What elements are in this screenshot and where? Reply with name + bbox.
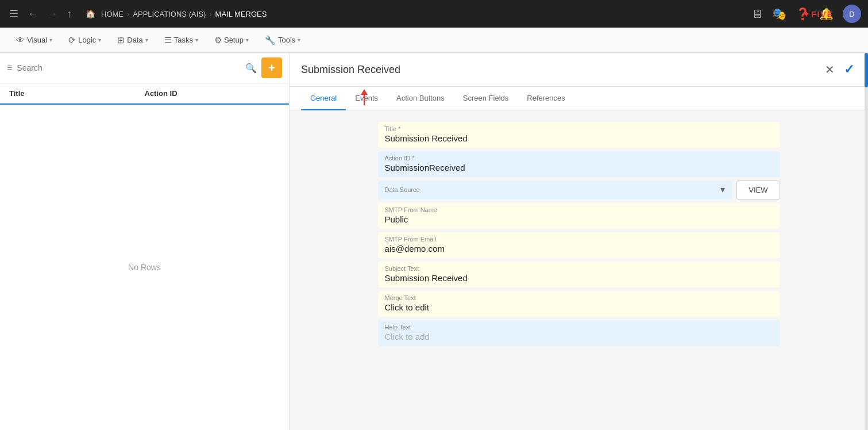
action-id-field[interactable]: Action ID * SubmissionReceived	[378, 151, 780, 177]
tasks-chevron: ▾	[195, 37, 198, 43]
close-button[interactable]: ✕	[823, 60, 837, 79]
data-icon: ⊞	[117, 35, 125, 45]
nav-logic-label: Logic	[78, 36, 96, 44]
data-chevron: ▾	[145, 37, 148, 43]
five-logo-text: FIVE	[811, 9, 834, 18]
scrollbar-thumb	[865, 53, 868, 87]
tab-general[interactable]: General	[301, 87, 346, 110]
tab-events[interactable]: Events	[346, 87, 387, 110]
breadcrumb-sep-2: ›	[209, 10, 211, 18]
tab-screen-fields[interactable]: Screen Fields	[454, 87, 518, 110]
back-icon[interactable]: ←	[25, 6, 40, 22]
empty-message: No Rows	[128, 263, 161, 272]
panel-title: Submission Received	[301, 64, 400, 76]
nav-logic[interactable]: ⟳ Logic ▾	[61, 32, 108, 49]
table-body: No Rows	[0, 105, 289, 430]
action-id-value: SubmissionReceived	[385, 163, 773, 172]
tab-action-buttons[interactable]: Action Buttons	[387, 87, 454, 110]
nav-visual[interactable]: 👁 Visual ▾	[9, 32, 59, 48]
tools-chevron: ▾	[298, 37, 300, 43]
left-panel: ≡ 🔍 + Title Action ID No Rows	[0, 53, 290, 430]
title-value: Submission Received	[385, 133, 773, 143]
data-source-field[interactable]: Data Source ▾	[378, 181, 732, 199]
five-brand: ✦ FIVE	[803, 9, 834, 20]
logic-chevron: ▾	[98, 37, 101, 43]
smtp-from-email-field[interactable]: SMTP From Email ais@demo.com	[378, 232, 780, 258]
main-layout: ≡ 🔍 + Title Action ID No Rows Submission…	[0, 53, 868, 430]
top-navbar: ☰ ← → ↑ 🏠 HOME › APPLICATIONS (AIS) › MA…	[0, 0, 868, 28]
logic-icon: ⟳	[68, 35, 76, 45]
visual-icon: 👁	[16, 35, 25, 45]
menu-icon[interactable]: ☰	[7, 5, 21, 22]
title-field[interactable]: Title * Submission Received	[378, 122, 780, 148]
subject-text-field[interactable]: Subject Text Submission Received	[378, 262, 780, 287]
breadcrumb: 🏠 HOME › APPLICATIONS (AIS) › MAIL MERGE…	[83, 7, 267, 21]
second-navbar: 👁 Visual ▾ ⟳ Logic ▾ ⊞ Data ▾ ☰ Tasks ▾ …	[0, 28, 868, 53]
breadcrumb-applications[interactable]: APPLICATIONS (AIS)	[133, 10, 206, 18]
search-icon: 🔍	[245, 63, 257, 74]
forward-icon[interactable]: →	[45, 6, 60, 22]
breadcrumb-home[interactable]: HOME	[101, 10, 124, 18]
help-text-value: Click to add	[385, 332, 773, 341]
search-input[interactable]	[17, 63, 241, 72]
col-action-header: Action ID	[145, 89, 280, 98]
tools-icon: 🔧	[265, 35, 276, 45]
col-title-header: Title	[9, 89, 145, 98]
form-inner: Title * Submission Received Action ID * …	[378, 122, 780, 346]
avatar[interactable]: D	[843, 5, 861, 23]
smtp-from-name-label: SMTP From Name	[385, 206, 773, 213]
home-icon: 🏠	[83, 7, 98, 21]
nav-setup-label: Setup	[224, 36, 244, 44]
five-logo-icon: ✦	[803, 9, 810, 20]
subject-text-label: Subject Text	[385, 265, 773, 272]
smtp-from-email-label: SMTP From Email	[385, 236, 773, 243]
data-source-chevron: ▾	[720, 184, 725, 195]
search-bar: ≡ 🔍 +	[0, 53, 289, 83]
form-content: Title * Submission Received Action ID * …	[290, 110, 868, 430]
help-text-label: Help Text	[385, 324, 773, 331]
filter-icon: ≡	[7, 63, 12, 73]
smtp-from-email-value: ais@demo.com	[385, 244, 773, 254]
table-header: Title Action ID	[0, 83, 289, 105]
data-source-row: Data Source ▾ VIEW	[378, 181, 780, 199]
scrollbar-track	[865, 53, 868, 430]
tab-references[interactable]: References	[518, 87, 574, 110]
view-button[interactable]: VIEW	[736, 181, 780, 199]
action-id-label: Action ID *	[385, 155, 773, 162]
confirm-button[interactable]: ✓	[842, 60, 857, 79]
title-label: Title *	[385, 125, 773, 132]
tabs-bar: General Events Action Buttons Screen Fie…	[290, 87, 868, 110]
header-actions: ✕ ✓	[823, 60, 857, 79]
help-text-field[interactable]: Help Text Click to add	[378, 320, 780, 346]
data-source-label: Data Source	[385, 186, 420, 193]
tasks-icon: ☰	[164, 35, 172, 45]
merge-text-field[interactable]: Merge Text Click to edit	[378, 291, 780, 317]
nav-tasks-label: Tasks	[174, 36, 193, 44]
right-panel: Submission Received ✕ ✓ General Events A…	[290, 53, 868, 430]
nav-tasks[interactable]: ☰ Tasks ▾	[157, 32, 205, 49]
merge-text-value: Click to edit	[385, 302, 773, 312]
up-icon[interactable]: ↑	[64, 6, 74, 22]
nav-tools[interactable]: 🔧 Tools ▾	[258, 32, 307, 49]
right-panel-header: Submission Received ✕ ✓	[290, 53, 868, 87]
merge-text-label: Merge Text	[385, 294, 773, 301]
setup-chevron: ▾	[246, 37, 249, 43]
smtp-from-name-field[interactable]: SMTP From Name Public	[378, 203, 780, 229]
setup-icon: ⚙	[214, 35, 222, 45]
monitor-icon[interactable]: 🖥	[751, 7, 763, 21]
nav-data[interactable]: ⊞ Data ▾	[110, 32, 155, 49]
nav-data-label: Data	[127, 36, 142, 44]
subject-text-value: Submission Received	[385, 273, 773, 283]
puppet-icon[interactable]: 🎭	[772, 7, 786, 21]
breadcrumb-sep-1: ›	[127, 10, 129, 18]
smtp-from-name-value: Public	[385, 214, 773, 224]
add-button[interactable]: +	[261, 57, 282, 78]
nav-tools-label: Tools	[278, 36, 295, 44]
nav-setup[interactable]: ⚙ Setup ▾	[207, 32, 256, 49]
breadcrumb-mail-merges[interactable]: MAIL MERGES	[215, 10, 267, 18]
nav-visual-label: Visual	[27, 36, 47, 44]
visual-chevron: ▾	[49, 37, 52, 43]
